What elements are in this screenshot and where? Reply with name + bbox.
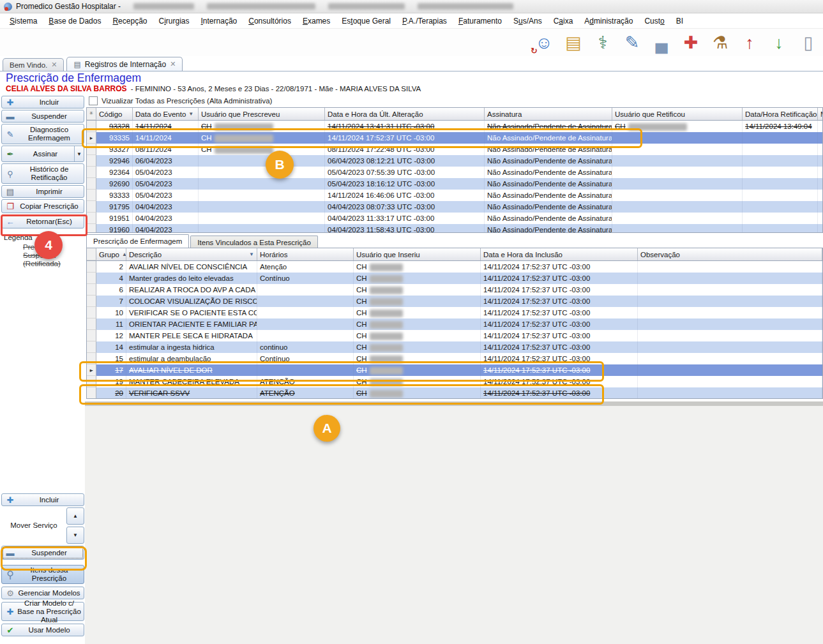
menu-item-caixa[interactable]: Caixa (548, 15, 579, 27)
copiar-prescricao-button[interactable]: ❐ Copiar Prescrição (1, 199, 84, 213)
close-icon[interactable]: ✕ (170, 60, 176, 68)
table-row[interactable]: 14estimular a ingesta hidricacontinuoCH1… (87, 341, 822, 353)
retornar-button[interactable]: ← Retornar(Esc) (1, 214, 84, 228)
patient-records-icon[interactable]: ▤ (559, 31, 588, 55)
incluir-button[interactable]: ✚ Incluir (1, 96, 84, 109)
table-row[interactable]: 9332814/11/2024CH14/11/2024 13:41:31 UTC… (87, 121, 822, 132)
table-row[interactable]: 9294606/04/202306/04/2023 08:12:21 UTC -… (87, 155, 822, 167)
menu-item-recep-o[interactable]: Recepção (107, 15, 153, 27)
menu-item-exames[interactable]: Exames (297, 15, 336, 27)
menu-item-custo[interactable]: Custo (638, 15, 670, 27)
show-all-label: Vizualizar Todas as Prescrições (Alta Ad… (102, 97, 272, 105)
historico-retificacao-button[interactable]: ⚲ Histórico de Retificação (1, 163, 84, 184)
menu-item-bi[interactable]: BI (670, 15, 689, 27)
gerenciar-modelos-button[interactable]: ⚙ Gerenciar Modelos (1, 587, 84, 599)
ambulance-icon[interactable]: ✚ (676, 31, 706, 55)
cell-more (818, 144, 823, 155)
menu-item-interna-o[interactable]: Internação (195, 15, 243, 27)
tab-prescricao-de-enfermagem[interactable]: Prescrição de Enfermagem (86, 234, 189, 248)
column-header[interactable]: Descrição▼ (126, 248, 257, 260)
column-header[interactable] (87, 248, 96, 260)
table-row[interactable]: 15estimular a deambulaçãoContínuoCH14/11… (87, 353, 822, 364)
prescription-document-icon[interactable]: ✎ (617, 31, 647, 55)
table-row[interactable]: 9196004/04/202304/04/2023 11:58:43 UTC -… (87, 224, 822, 233)
tab-itens-vinculados[interactable]: Itens Vinculados a Esta Prescrição (190, 236, 318, 248)
itens-dessa-prescricao-button[interactable]: ⚲ Itens dessa Prescrição (1, 565, 84, 584)
doctor-icon[interactable]: ⚕ (588, 31, 617, 55)
table-row[interactable]: ▸17AVALIAR NÍVEL DE DORCH14/11/2024 17:5… (87, 364, 822, 376)
table-row[interactable]: 12MANTER PELE SECA E HIDRATADACH14/11/20… (87, 330, 822, 341)
expense-down-icon[interactable]: ↓ (764, 31, 794, 55)
menu-item-sus-ans[interactable]: Sus/Ans (508, 15, 548, 27)
column-header[interactable]: Usuário que Inseriu (354, 248, 481, 260)
table-row[interactable]: ▸9333514/11/2024CH14/11/2024 17:52:37 UT… (87, 132, 822, 144)
column-header[interactable]: Código (96, 108, 133, 120)
cell-observacao (638, 296, 822, 307)
menu-item-p-a-terapias[interactable]: P.A./Terapias (396, 15, 453, 27)
column-header[interactable]: Usuário que Prescreveu (199, 108, 325, 120)
column-header[interactable]: ✳ (87, 108, 96, 120)
table-row[interactable]: 11ORIENTAR PACIENTE E FAMILIAR PARACH14/… (87, 318, 822, 330)
incluir-item-button[interactable]: ✚ Incluir (1, 493, 84, 506)
column-header[interactable]: Usuário que Retificou (612, 108, 743, 120)
chevron-down-icon[interactable]: ▼ (74, 146, 84, 161)
menu-item-faturamento[interactable]: Faturamento (453, 15, 508, 27)
suspend-icon: ▬ (4, 112, 17, 121)
menu-item-administra-o[interactable]: Administração (578, 15, 638, 27)
table-row[interactable]: 10VERIFICAR SE O PACIENTE ESTA COM PCH14… (87, 307, 822, 318)
table-row[interactable]: 9332708/11/2024CH08/11/2024 17:22:48 UTC… (87, 144, 822, 155)
show-all-checkbox[interactable] (89, 96, 98, 105)
splitter[interactable] (85, 401, 823, 406)
column-header[interactable]: Data do Evento▼ (133, 108, 199, 120)
table-row[interactable]: 7COLOCAR VISUALIZAÇÃO DE RISCO DECH14/11… (87, 296, 822, 307)
suspender-button[interactable]: ▬ Suspender (1, 110, 84, 123)
table-row[interactable]: 6REALIZAR A TROCA DO AVP A CADA 96CH14/1… (87, 284, 822, 296)
cell-observacao (638, 364, 822, 376)
column-header[interactable]: Data/Hora Retificação (743, 108, 818, 120)
menu-item-cirurgias[interactable]: Cirurgias (153, 15, 195, 27)
table-row[interactable]: 2AVALIAR NÍVEL DE CONSCIÊNCIAAtençãoCH14… (87, 261, 822, 273)
diagnostico-enfermagem-button[interactable]: ✎ Diagnostico Enfermagem (1, 124, 84, 144)
table-row[interactable]: 20VERIFICAR SSVVATENÇÃOCH14/11/2024 17:5… (87, 387, 822, 399)
assinar-button[interactable]: ✒ Assinar ▼ (1, 146, 84, 162)
column-header[interactable]: Assinatura (485, 108, 612, 120)
table-row[interactable]: 4Manter grades do leito elevadasContínuo… (87, 273, 822, 284)
usar-modelo-button[interactable]: ✔ Usar Modelo (1, 624, 84, 636)
cell-codigo: 93335 (96, 132, 133, 144)
patients-sync-icon[interactable]: ☺↻ (529, 31, 559, 55)
revenue-up-icon[interactable]: ↑ (735, 31, 764, 55)
column-header[interactable]: Observação (638, 248, 822, 260)
suspender-item-button[interactable]: ▬ Suspender (1, 546, 84, 560)
move-down-button[interactable]: ▼ (66, 527, 84, 544)
menu-item-base-de-dados[interactable]: Base de Dados (43, 15, 107, 27)
menu-item-sistema[interactable]: Sistema (4, 15, 43, 27)
table-row[interactable]: 9195104/04/202304/04/2023 11:33:17 UTC -… (87, 213, 822, 224)
criar-modelo-button[interactable]: ✚ Criar Modelo c/ Base na Prescrição Atu… (1, 602, 84, 621)
menu-item-estoque-geral[interactable]: Estoque Geral (336, 15, 396, 27)
menu-item-consult-rios[interactable]: Consultórios (243, 15, 297, 27)
column-header[interactable]: Grupo▲ (96, 248, 126, 260)
hospital-bed-icon[interactable]: ▄ (647, 31, 676, 55)
table-row[interactable]: 19MANTER CABECEIRA ELEVADAATENÇÃOCH14/11… (87, 376, 822, 387)
column-header[interactable]: Data e Hora da Últ. Alteração (325, 108, 485, 120)
tab-bem-vindo[interactable]: Bem Vindo. ✕ (3, 58, 64, 71)
search-document-icon: ⚲ (4, 569, 17, 581)
tab-registros-de-internacao[interactable]: ▤ Registros de Internação ✕ (66, 57, 183, 71)
add-icon: ✚ (4, 607, 17, 617)
redacted-title-text (133, 3, 194, 10)
cabinet-icon[interactable]: ▯ (794, 31, 823, 55)
pharmacy-stock-icon[interactable]: ⚗ (706, 31, 735, 55)
table-row[interactable]: 9179504/04/202304/04/2023 08:07:33 UTC -… (87, 201, 822, 213)
close-icon[interactable]: ✕ (51, 61, 57, 69)
filter-row: Vizualizar Todas as Prescrições (Alta Ad… (89, 96, 272, 105)
column-header[interactable]: M (818, 108, 823, 120)
column-header[interactable]: Data e Hora da Inclusão (481, 248, 638, 260)
cell-usuario-inseriu: CH (354, 307, 481, 318)
filter-icon[interactable]: ▼ (249, 249, 254, 260)
table-row[interactable]: 9269005/04/202305/04/2023 18:16:12 UTC -… (87, 178, 822, 190)
move-up-button[interactable]: ▲ (66, 507, 84, 525)
column-header[interactable]: Horários (257, 248, 354, 260)
imprimir-button[interactable]: ▤ Imprimir (1, 185, 84, 198)
table-row[interactable]: 9333305/04/202314/11/2024 16:46:06 UTC -… (87, 190, 822, 201)
table-row[interactable]: 9236405/04/202305/04/2023 07:55:39 UTC -… (87, 167, 822, 178)
